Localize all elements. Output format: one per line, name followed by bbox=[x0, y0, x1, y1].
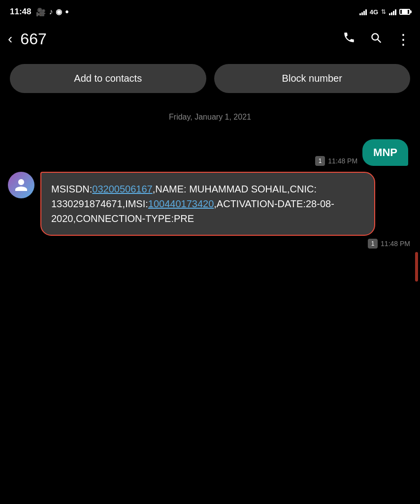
data-arrows-icon: ⇅ bbox=[381, 8, 386, 15]
search-button[interactable] bbox=[369, 31, 382, 47]
incoming-message-row: MSISDN:03200506167,NAME: MUHAMMAD SOHAIL… bbox=[8, 172, 412, 249]
status-bar: 11:48 🎥 ♪ ◉ • 4G ⇅ bbox=[0, 0, 420, 22]
dot-icon: • bbox=[65, 9, 68, 14]
more-options-button[interactable]: ⋮ bbox=[396, 34, 410, 44]
outgoing-status-badge: 1 bbox=[315, 156, 325, 166]
call-button[interactable] bbox=[343, 31, 355, 47]
back-button[interactable]: ‹ bbox=[8, 32, 12, 46]
messages-area: Friday, January 1, 2021 1 11:48 PM MNP M… bbox=[0, 105, 420, 252]
incoming-timestamp: 11:48 PM bbox=[381, 240, 410, 248]
signal-bars-2-icon bbox=[389, 8, 396, 15]
scroll-handle[interactable] bbox=[415, 252, 418, 282]
header-right: ⋮ bbox=[343, 31, 410, 47]
status-time: 11:48 bbox=[10, 7, 31, 17]
outgoing-timestamp: 11:48 PM bbox=[328, 157, 357, 165]
signal-bars-icon bbox=[359, 8, 367, 15]
action-buttons: Add to contacts Block number bbox=[0, 56, 420, 105]
status-right: 4G ⇅ bbox=[359, 8, 410, 16]
incoming-status-badge: 1 bbox=[368, 239, 378, 249]
date-separator: Friday, January 1, 2021 bbox=[8, 105, 412, 133]
phone-link-1[interactable]: 03200506167 bbox=[92, 184, 152, 194]
outgoing-bubble: MNP bbox=[362, 139, 408, 166]
status-notification-icons: 🎥 ♪ ◉ • bbox=[36, 7, 68, 17]
outgoing-meta: 1 11:48 PM bbox=[315, 156, 357, 166]
add-to-contacts-button[interactable]: Add to contacts bbox=[10, 64, 206, 93]
battery-icon bbox=[399, 9, 410, 15]
instagram-icon: ◉ bbox=[56, 7, 62, 16]
tiktok-icon: ♪ bbox=[49, 7, 53, 16]
avatar-icon bbox=[14, 178, 29, 192]
network-type: 4G bbox=[370, 8, 378, 16]
app-header: ‹ 667 ⋮ bbox=[0, 22, 420, 56]
message-text-msisdn: MSISDN: bbox=[51, 184, 92, 194]
avatar bbox=[8, 172, 34, 198]
status-left: 11:48 🎥 ♪ ◉ • bbox=[10, 7, 69, 17]
incoming-bubble: MSISDN:03200506167,NAME: MUHAMMAD SOHAIL… bbox=[40, 172, 375, 236]
block-number-button[interactable]: Block number bbox=[214, 64, 411, 93]
incoming-meta: 1 11:48 PM bbox=[40, 239, 412, 249]
header-left: ‹ 667 bbox=[8, 30, 47, 48]
incoming-bubble-wrapper: MSISDN:03200506167,NAME: MUHAMMAD SOHAIL… bbox=[40, 172, 412, 249]
phone-link-2[interactable]: 100440173420 bbox=[148, 198, 214, 209]
outgoing-message: 1 11:48 PM MNP bbox=[8, 139, 408, 166]
contact-number: 667 bbox=[20, 30, 46, 48]
camera-icon: 🎥 bbox=[36, 7, 46, 17]
